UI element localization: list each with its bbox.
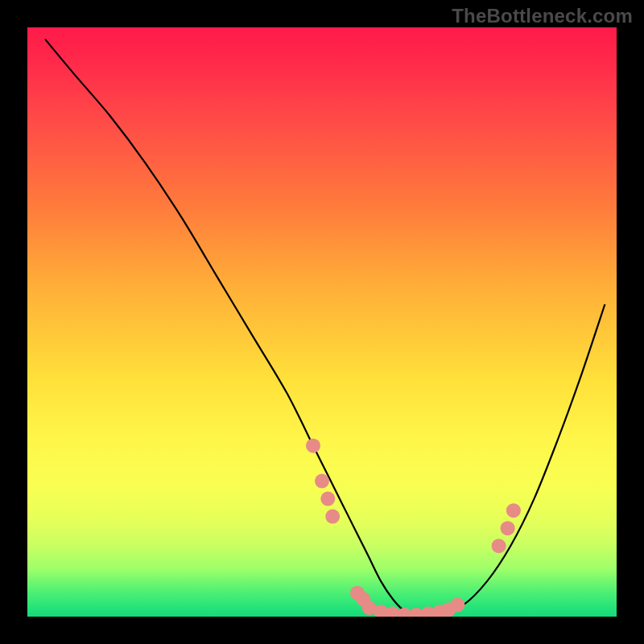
data-point bbox=[350, 586, 365, 601]
plot-area bbox=[27, 27, 617, 617]
data-point bbox=[356, 592, 370, 606]
chart-frame: TheBottleneck.com bbox=[0, 0, 644, 644]
bottleneck-curve bbox=[45, 39, 605, 617]
data-point bbox=[409, 608, 423, 617]
data-point bbox=[450, 597, 464, 612]
data-point bbox=[386, 606, 400, 617]
data-point bbox=[320, 492, 335, 506]
data-point bbox=[315, 474, 329, 489]
data-point bbox=[441, 602, 456, 617]
data-point bbox=[398, 608, 412, 617]
curve-layer bbox=[27, 27, 617, 617]
data-points bbox=[306, 439, 521, 617]
data-point bbox=[325, 510, 340, 524]
watermark-text: TheBottleneck.com bbox=[452, 5, 633, 27]
data-point bbox=[492, 539, 506, 553]
data-point bbox=[506, 503, 521, 518]
data-point bbox=[421, 606, 436, 617]
data-point bbox=[374, 605, 388, 617]
data-point bbox=[432, 605, 447, 617]
data-point bbox=[306, 439, 320, 453]
data-point bbox=[362, 601, 377, 615]
data-point bbox=[501, 521, 515, 535]
